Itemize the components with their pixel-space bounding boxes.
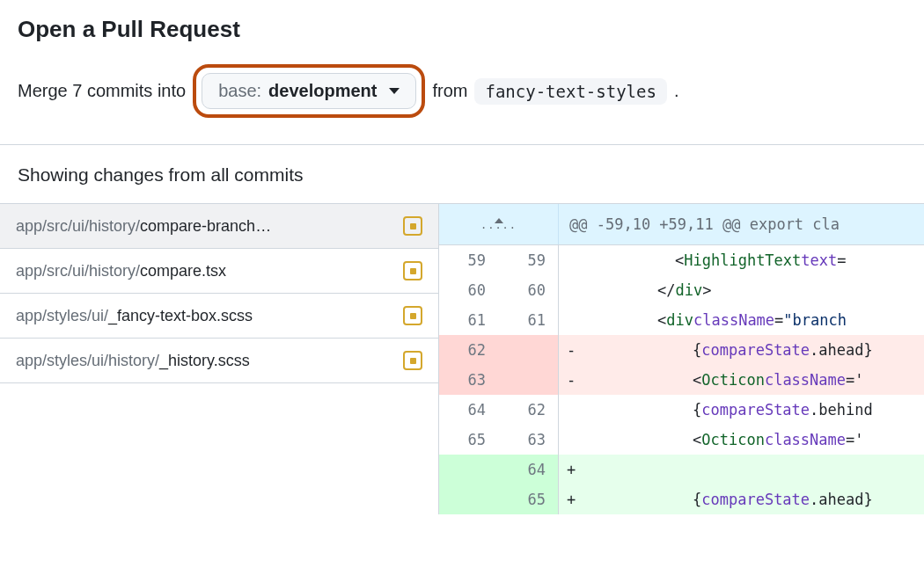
from-text: from xyxy=(432,81,467,101)
diff-sign xyxy=(559,395,580,425)
line-number-new: 59 xyxy=(499,245,559,275)
line-number-old: 64 xyxy=(439,395,499,425)
line-number-old xyxy=(439,484,499,514)
file-row[interactable]: app/src/ui/history/compare.tsx xyxy=(0,249,438,294)
modified-icon xyxy=(403,351,422,370)
line-number-new: 65 xyxy=(499,484,559,514)
file-path: app/src/ui/history/compare.tsx xyxy=(16,262,226,280)
diff-panel: ····· @@ -59,10 +59,11 @@ export cla 595… xyxy=(438,204,924,514)
diff-sign: - xyxy=(559,335,580,365)
hunk-header-row: ····· @@ -59,10 +59,11 @@ export cla xyxy=(439,204,924,245)
line-number-old: 62 xyxy=(439,335,499,365)
page-title: Open a Pull Request xyxy=(18,16,906,43)
file-row[interactable]: app/styles/ui/_fancy-text-box.scss xyxy=(0,294,438,339)
diff-sign: + xyxy=(559,484,580,514)
diff-code: <div className="branch xyxy=(580,305,924,335)
diff-code: {compareState.behind xyxy=(580,395,924,425)
diff-code: {compareState.ahead} xyxy=(580,484,924,514)
merge-description: Merge 7 commits into base: development f… xyxy=(18,64,906,118)
diff-sign xyxy=(559,425,580,455)
line-number-old: 59 xyxy=(439,245,499,275)
caret-down-icon xyxy=(389,88,400,94)
source-branch-tag: fancy-text-styles xyxy=(474,78,666,105)
diff-line[interactable]: 6462{compareState.behind xyxy=(439,395,924,425)
diff-line[interactable]: 63-<Octicon className=' xyxy=(439,365,924,395)
diff-line[interactable]: 6060</div> xyxy=(439,275,924,305)
base-label: base: xyxy=(218,81,261,101)
diff-body: 5959<HighlightText text=6060</div>6161<d… xyxy=(439,245,924,514)
diff-sign xyxy=(559,275,580,305)
line-number-new xyxy=(499,365,559,395)
diff-sign xyxy=(559,305,580,335)
period-text: . xyxy=(674,81,679,101)
expand-hunk-button[interactable]: ····· xyxy=(439,204,559,244)
diff-line[interactable]: 6563<Octicon className=' xyxy=(439,425,924,455)
hunk-header-text: @@ -59,10 +59,11 @@ export cla xyxy=(559,204,924,244)
line-number-new: 62 xyxy=(499,395,559,425)
modified-icon xyxy=(403,216,422,236)
line-number-new: 64 xyxy=(499,455,559,484)
diff-code xyxy=(580,455,924,484)
diff-line[interactable]: 64+ xyxy=(439,455,924,484)
file-path: app/styles/ui/history/_history.scss xyxy=(16,352,250,370)
line-number-new xyxy=(499,335,559,365)
file-row[interactable]: app/src/ui/history/compare-branch… xyxy=(0,204,438,249)
diff-sign xyxy=(559,245,580,275)
diff-line[interactable]: 6161<div className="branch xyxy=(439,305,924,335)
diff-line[interactable]: 62-{compareState.ahead} xyxy=(439,335,924,365)
line-number-old: 61 xyxy=(439,305,499,335)
base-branch-name: development xyxy=(268,81,377,101)
file-row[interactable]: app/styles/ui/history/_history.scss xyxy=(0,339,438,383)
line-number-old xyxy=(439,455,499,484)
diff-code: <Octicon className=' xyxy=(580,365,924,395)
line-number-old: 63 xyxy=(439,365,499,395)
line-number-old: 65 xyxy=(439,425,499,455)
changes-subheader: Showing changes from all commits xyxy=(0,145,924,203)
line-number-new: 60 xyxy=(499,275,559,305)
diff-code: </div> xyxy=(580,275,924,305)
diff-line[interactable]: 65+{compareState.ahead} xyxy=(439,484,924,514)
file-path: app/src/ui/history/compare-branch… xyxy=(16,217,271,236)
diff-sign: - xyxy=(559,365,580,395)
line-number-new: 61 xyxy=(499,305,559,335)
modified-icon xyxy=(403,261,422,280)
diff-code: <HighlightText text= xyxy=(580,245,924,275)
line-number-new: 63 xyxy=(499,425,559,455)
diff-line[interactable]: 5959<HighlightText text= xyxy=(439,245,924,275)
expand-up-icon: ····· xyxy=(480,218,517,230)
diff-sign: + xyxy=(559,455,580,484)
file-path: app/styles/ui/_fancy-text-box.scss xyxy=(16,307,253,325)
diff-code: <Octicon className=' xyxy=(580,425,924,455)
base-branch-dropdown[interactable]: base: development xyxy=(202,73,416,109)
file-list: app/src/ui/history/compare-branch…app/sr… xyxy=(0,204,438,514)
diff-code: {compareState.ahead} xyxy=(580,335,924,365)
line-number-old: 60 xyxy=(439,275,499,305)
highlight-ring: base: development xyxy=(193,64,425,118)
merge-prefix-text: Merge 7 commits into xyxy=(18,81,186,101)
modified-icon xyxy=(403,306,422,325)
